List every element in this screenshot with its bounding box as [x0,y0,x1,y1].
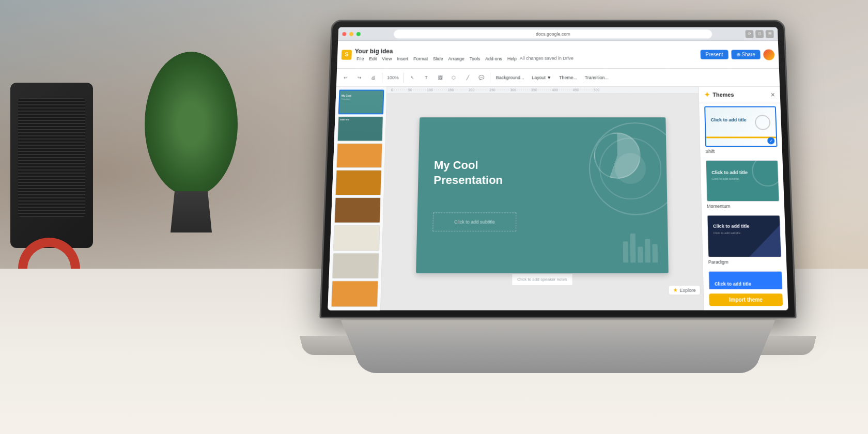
present-button[interactable]: Present [701,50,729,59]
speaker-notes[interactable]: Click to add speaker notes [512,273,572,285]
app-menu: File Edit View Insert Format Slide Arran… [354,55,698,61]
menu-file[interactable]: File [354,55,366,61]
toolbar-cursor[interactable]: ↖ [406,71,419,83]
menu-arrange[interactable]: Arrange [446,55,467,61]
slide-thumb-2[interactable]: 2 Slide title [337,116,383,141]
themes-scroll-area[interactable]: Click to add title ✓ Shift [699,103,787,289]
url-text: docs.google.com [536,32,570,37]
theme-name-shift: Shift [705,149,777,154]
laptop: docs.google.com ⟳ ⊡ ☰ S [300,16,816,388]
ruler-mark: 0 · · · · · · · 50 · · · · · · · 100 · ·… [387,88,603,92]
slide-bar-3 [638,246,643,262]
toolbar-image[interactable]: 🖼 [433,71,446,83]
chrome-icon-1[interactable]: ⟳ [745,30,753,38]
header-buttons: Present ⊕ Share [701,49,775,60]
laptop-screen-inner: docs.google.com ⟳ ⊡ ☰ S [328,27,788,311]
saved-status: All changes saved in Drive [520,55,574,61]
chrome-browser-bar: docs.google.com ⟳ ⊡ ☰ [338,27,778,41]
theme-item-momentum[interactable]: Click to add title Click to add subtitle… [701,157,785,212]
toolbar-shape[interactable]: ⬡ [447,71,460,83]
toolbar-text[interactable]: T [420,71,432,83]
explore-button[interactable]: ★ Explore [669,285,701,296]
slide-title[interactable]: My CoolPresentation [433,158,503,188]
chrome-icon-2[interactable]: ⊡ [755,30,764,38]
chrome-maximize-dot[interactable] [357,32,361,36]
slide-thumb-7[interactable]: 7 [332,253,379,278]
theme-paradigm-title: Click to add title [713,224,750,229]
theme-name-momentum: Momentum [707,204,779,209]
app-header: S Your big idea File Edit View Insert Fo… [337,41,779,69]
theme-paradigm-triangle [749,225,781,257]
toolbar-undo[interactable]: ↩ [339,71,352,83]
menu-view[interactable]: View [380,55,394,61]
slide-thumb-4[interactable]: 4 [335,170,382,195]
themes-icon: ✦ [704,91,710,99]
main-slide-canvas[interactable]: My CoolPresentation Click to add subtitl… [416,117,669,273]
plant-leaves [145,52,238,196]
theme-item-paradigm[interactable]: Click to add title Click to add subtitle… [702,212,786,268]
theme-item-shift[interactable]: Click to add title ✓ Shift [699,103,782,157]
toolbar-sep-3 [490,72,490,82]
theme-item-material[interactable]: Click to add title Click to add subtitle… [703,268,787,289]
explore-star-icon: ★ [673,287,678,293]
toolbar: ↩ ↪ 🖨 100% ↖ T 🖼 ⬡ ╱ 💬 Background... [336,69,780,87]
menu-tools[interactable]: Tools [468,55,483,61]
transition-button[interactable]: Transition... [582,74,612,81]
slide-thumb-1[interactable]: 1 My Cool Presentation [338,90,384,115]
slide-deco-pie [594,133,641,179]
laptop-keyboard [341,320,775,373]
slide-thumb-6[interactable]: 6 [333,225,380,251]
toolbar-line[interactable]: ╱ [461,71,474,83]
menu-slide[interactable]: Slide [431,55,445,61]
slide-thumb-8[interactable]: 8 [331,281,379,307]
menu-insert[interactable]: Insert [395,55,410,61]
canvas-area: My CoolPresentation Click to add subtitl… [381,94,704,310]
theme-shift-line [706,137,776,138]
chrome-address-bar[interactable]: docs.google.com [394,29,712,38]
themes-title-group: ✦ Themes [704,91,734,99]
menu-edit[interactable]: Edit [367,55,379,61]
layout-button[interactable]: Layout ▼ [529,74,554,81]
themes-close-button[interactable]: × [771,91,776,99]
background-scene: docs.google.com ⟳ ⊡ ☰ S [0,0,868,434]
theme-preview-paradigm: Click to add title Click to add subtitle [707,215,781,257]
menu-format[interactable]: Format [411,55,430,61]
theme-preview-material: Click to add title Click to add subtitle [708,271,784,289]
slides-panel[interactable]: 1 My Cool Presentation 2 Slide title [328,87,387,311]
explore-label: Explore [679,287,695,292]
slide-bar-1 [623,241,629,262]
document-title[interactable]: Your big idea [355,48,698,54]
theme-shift-circle [755,115,771,130]
chrome-close-dot[interactable] [342,32,346,36]
toolbar-zoom[interactable]: 100% [385,71,401,83]
chrome-icon-group: ⟳ ⊡ ☰ [745,30,773,38]
share-button[interactable]: ⊕ Share [731,50,761,59]
theme-preview-momentum: Click to add title Click to add subtitle [706,160,780,202]
theme-preview-shift: Click to add title ✓ [704,106,778,147]
background-button[interactable]: Background... [493,74,528,81]
user-avatar[interactable] [763,49,774,60]
slide-thumb-3[interactable]: 3 [336,143,382,168]
toolbar-comment[interactable]: 💬 [475,71,487,83]
slide-bar-4 [645,239,650,262]
slide-deco-bars [623,234,658,262]
theme-button[interactable]: Theme... [556,74,580,81]
horizontal-ruler: 0 · · · · · · · 50 · · · · · · · 100 · ·… [387,87,699,94]
themes-panel-title: Themes [712,91,734,98]
chrome-icon-3[interactable]: ☰ [766,30,774,38]
theme-momentum-sub: Click to add subtitle [712,177,739,180]
slide-thumb-5[interactable]: 5 [334,197,381,223]
theme-paradigm-sub: Click to add subtitle [713,231,740,235]
theme-momentum-circle [751,160,779,187]
slide-subtitle-box[interactable]: Click to add subtitle [432,212,516,231]
chrome-minimize-dot[interactable] [349,32,353,36]
import-theme-button[interactable]: Import theme [709,293,783,306]
toolbar-sep-2 [403,72,404,82]
toolbar-redo[interactable]: ↪ [353,71,366,83]
toolbar-print[interactable]: 🖨 [367,71,379,83]
menu-help[interactable]: Help [505,55,519,61]
theme-material-sub: Click to add subtitle [715,289,742,289]
menu-addons[interactable]: Add-ons [483,55,504,61]
toolbar-sep-1 [382,72,383,82]
slides-app: docs.google.com ⟳ ⊡ ☰ S [328,27,788,311]
